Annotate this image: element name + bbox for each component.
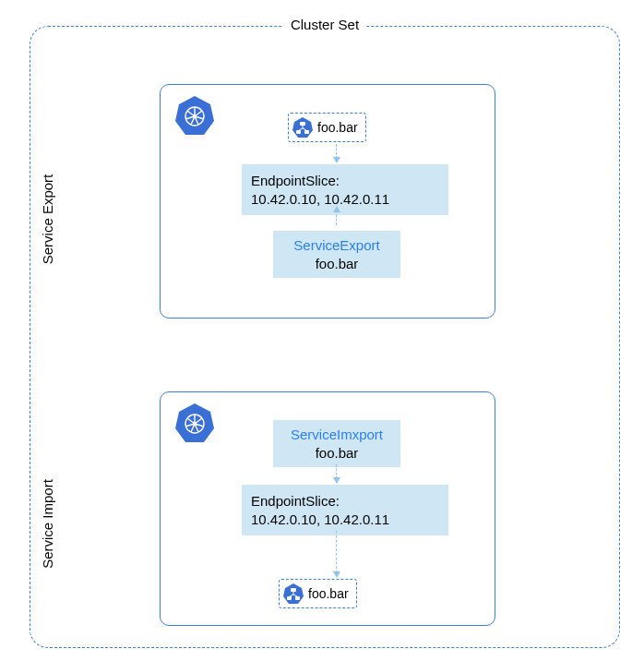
- cluster-set-title: Cluster Set: [283, 17, 366, 32]
- service-export-cr: ServiceExport foo.bar: [273, 231, 400, 278]
- endpointslice-box: EndpointSlice: 10.42.0.10, 10.42.0.11: [242, 485, 448, 535]
- service-import-cr: ServiceImxport foo.bar: [273, 420, 400, 467]
- endpointslice-ips: 10.42.0.10, 10.42.0.11: [251, 190, 439, 209]
- kubernetes-icon: [173, 94, 216, 137]
- service-foo-bar: foo.bar: [288, 113, 366, 142]
- cr-name: foo.bar: [273, 255, 400, 273]
- service-foo-bar: foo.bar: [279, 579, 357, 608]
- kubernetes-icon: [173, 402, 216, 444]
- import-cluster: ServiceImxport foo.bar EndpointSlice: 10…: [160, 391, 495, 626]
- export-cluster: foo.bar EndpointSlice: 10.42.0.10, 10.42…: [160, 84, 495, 318]
- endpointslice-ips: 10.42.0.10, 10.42.0.11: [251, 511, 439, 529]
- cluster-set-container: Cluster Set Service Export Service Impor…: [30, 26, 620, 648]
- service-name: foo.bar: [317, 120, 358, 135]
- cr-kind: ServiceImxport: [273, 426, 400, 444]
- endpointslice-label: EndpointSlice:: [251, 492, 439, 511]
- cr-name: foo.bar: [273, 444, 400, 463]
- arrow-down-icon: [336, 144, 337, 159]
- endpointslice-label: EndpointSlice:: [251, 172, 439, 190]
- arrow-down-icon: [336, 464, 337, 479]
- section-label-export: Service Export: [40, 174, 55, 265]
- cr-kind: ServiceExport: [273, 236, 400, 255]
- service-name: foo.bar: [308, 586, 349, 601]
- service-icon: [292, 116, 314, 138]
- arrow-down-icon: [336, 531, 337, 573]
- arrow-up-icon: [336, 210, 337, 225]
- section-label-import: Service Import: [40, 479, 55, 569]
- endpointslice-box: EndpointSlice: 10.42.0.10, 10.42.0.11: [242, 164, 448, 215]
- service-icon: [282, 583, 304, 605]
